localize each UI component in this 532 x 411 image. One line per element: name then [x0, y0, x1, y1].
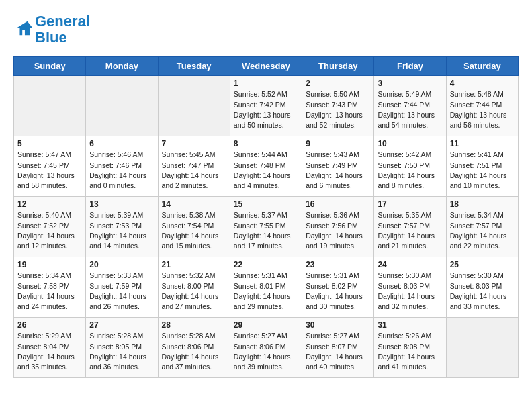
day-of-week-header: Sunday	[14, 57, 86, 76]
calendar-cell: 18Sunrise: 5:34 AM Sunset: 7:57 PM Dayli…	[446, 197, 518, 257]
day-info: Sunrise: 5:46 AM Sunset: 7:46 PM Dayligh…	[89, 150, 154, 191]
day-number: 9	[306, 139, 370, 148]
day-number: 29	[234, 320, 298, 330]
calendar-body: 1Sunrise: 5:52 AM Sunset: 7:42 PM Daylig…	[14, 76, 519, 378]
day-info: Sunrise: 5:34 AM Sunset: 7:57 PM Dayligh…	[450, 210, 515, 251]
day-info: Sunrise: 5:38 AM Sunset: 7:54 PM Dayligh…	[162, 210, 226, 251]
calendar-cell: 13Sunrise: 5:39 AM Sunset: 7:53 PM Dayli…	[86, 197, 158, 257]
calendar-cell: 26Sunrise: 5:29 AM Sunset: 8:04 PM Dayli…	[14, 318, 86, 378]
day-number: 17	[378, 199, 442, 209]
logo-icon	[15, 19, 34, 38]
calendar-week-row: 5Sunrise: 5:47 AM Sunset: 7:45 PM Daylig…	[14, 136, 519, 197]
day-number: 4	[450, 79, 515, 88]
calendar-cell: 16Sunrise: 5:36 AM Sunset: 7:56 PM Dayli…	[302, 197, 374, 257]
day-info: Sunrise: 5:29 AM Sunset: 8:04 PM Dayligh…	[17, 331, 82, 372]
calendar-cell: 14Sunrise: 5:38 AM Sunset: 7:54 PM Dayli…	[158, 197, 230, 257]
day-number: 5	[17, 139, 82, 148]
day-info: Sunrise: 5:42 AM Sunset: 7:50 PM Dayligh…	[378, 150, 442, 191]
day-of-week-header: Monday	[86, 57, 158, 76]
calendar-header: SundayMondayTuesdayWednesdayThursdayFrid…	[14, 57, 519, 76]
logo-text: General Blue	[35, 13, 90, 46]
calendar-cell: 21Sunrise: 5:32 AM Sunset: 8:00 PM Dayli…	[158, 257, 230, 318]
calendar-week-row: 1Sunrise: 5:52 AM Sunset: 7:42 PM Daylig…	[14, 76, 519, 136]
day-number: 28	[162, 320, 226, 330]
day-number: 23	[306, 260, 370, 269]
day-number: 6	[89, 139, 154, 148]
day-number: 24	[378, 260, 442, 269]
day-info: Sunrise: 5:44 AM Sunset: 7:48 PM Dayligh…	[234, 150, 298, 191]
calendar-cell: 25Sunrise: 5:30 AM Sunset: 8:03 PM Dayli…	[446, 257, 518, 318]
day-info: Sunrise: 5:39 AM Sunset: 7:53 PM Dayligh…	[89, 210, 154, 251]
calendar-cell	[14, 76, 86, 136]
day-number: 11	[450, 139, 515, 148]
day-info: Sunrise: 5:41 AM Sunset: 7:51 PM Dayligh…	[450, 150, 515, 191]
day-number: 20	[89, 260, 154, 269]
day-info: Sunrise: 5:27 AM Sunset: 8:07 PM Dayligh…	[306, 331, 370, 372]
calendar-cell: 20Sunrise: 5:33 AM Sunset: 7:59 PM Dayli…	[86, 257, 158, 318]
calendar-cell: 4Sunrise: 5:48 AM Sunset: 7:44 PM Daylig…	[446, 76, 518, 136]
calendar-cell: 11Sunrise: 5:41 AM Sunset: 7:51 PM Dayli…	[446, 136, 518, 197]
day-number: 12	[17, 199, 82, 209]
day-info: Sunrise: 5:28 AM Sunset: 8:06 PM Dayligh…	[162, 331, 226, 372]
calendar-cell: 6Sunrise: 5:46 AM Sunset: 7:46 PM Daylig…	[86, 136, 158, 197]
calendar-cell: 10Sunrise: 5:42 AM Sunset: 7:50 PM Dayli…	[374, 136, 446, 197]
calendar-cell: 5Sunrise: 5:47 AM Sunset: 7:45 PM Daylig…	[14, 136, 86, 197]
day-of-week-header: Saturday	[446, 57, 518, 76]
calendar-cell: 3Sunrise: 5:49 AM Sunset: 7:44 PM Daylig…	[374, 76, 446, 136]
day-number: 8	[234, 139, 298, 148]
day-info: Sunrise: 5:49 AM Sunset: 7:44 PM Dayligh…	[378, 89, 442, 130]
calendar-cell: 19Sunrise: 5:34 AM Sunset: 7:58 PM Dayli…	[14, 257, 86, 318]
day-info: Sunrise: 5:34 AM Sunset: 7:58 PM Dayligh…	[17, 271, 82, 312]
day-info: Sunrise: 5:33 AM Sunset: 7:59 PM Dayligh…	[89, 271, 154, 312]
day-info: Sunrise: 5:40 AM Sunset: 7:52 PM Dayligh…	[17, 210, 82, 251]
day-number: 10	[378, 139, 442, 148]
calendar-cell: 29Sunrise: 5:27 AM Sunset: 8:06 PM Dayli…	[230, 318, 302, 378]
day-info: Sunrise: 5:52 AM Sunset: 7:42 PM Dayligh…	[234, 89, 298, 130]
calendar-week-row: 12Sunrise: 5:40 AM Sunset: 7:52 PM Dayli…	[14, 197, 519, 257]
day-info: Sunrise: 5:47 AM Sunset: 7:45 PM Dayligh…	[17, 150, 82, 191]
day-number: 22	[234, 260, 298, 269]
calendar-cell: 23Sunrise: 5:31 AM Sunset: 8:02 PM Dayli…	[302, 257, 374, 318]
day-number: 13	[89, 199, 154, 209]
calendar-cell: 1Sunrise: 5:52 AM Sunset: 7:42 PM Daylig…	[230, 76, 302, 136]
calendar-cell: 12Sunrise: 5:40 AM Sunset: 7:52 PM Dayli…	[14, 197, 86, 257]
day-number: 18	[450, 199, 515, 209]
calendar-week-row: 26Sunrise: 5:29 AM Sunset: 8:04 PM Dayli…	[14, 318, 519, 378]
day-of-week-header: Thursday	[302, 57, 374, 76]
day-number: 21	[162, 260, 226, 269]
calendar-cell: 17Sunrise: 5:35 AM Sunset: 7:57 PM Dayli…	[374, 197, 446, 257]
day-info: Sunrise: 5:50 AM Sunset: 7:43 PM Dayligh…	[306, 89, 370, 130]
day-info: Sunrise: 5:28 AM Sunset: 8:05 PM Dayligh…	[89, 331, 154, 372]
day-info: Sunrise: 5:27 AM Sunset: 8:06 PM Dayligh…	[234, 331, 298, 372]
day-number: 1	[234, 79, 298, 88]
calendar-cell: 27Sunrise: 5:28 AM Sunset: 8:05 PM Dayli…	[86, 318, 158, 378]
day-number: 7	[162, 139, 226, 148]
day-info: Sunrise: 5:30 AM Sunset: 8:03 PM Dayligh…	[378, 271, 442, 312]
day-number: 2	[306, 79, 370, 88]
calendar-cell: 15Sunrise: 5:37 AM Sunset: 7:55 PM Dayli…	[230, 197, 302, 257]
day-of-week-header: Wednesday	[230, 57, 302, 76]
header: General Blue	[13, 13, 519, 46]
day-number: 31	[378, 320, 442, 330]
calendar-cell: 2Sunrise: 5:50 AM Sunset: 7:43 PM Daylig…	[302, 76, 374, 136]
calendar-cell	[446, 318, 518, 378]
day-info: Sunrise: 5:45 AM Sunset: 7:47 PM Dayligh…	[162, 150, 226, 191]
day-info: Sunrise: 5:37 AM Sunset: 7:55 PM Dayligh…	[234, 210, 298, 251]
day-info: Sunrise: 5:43 AM Sunset: 7:49 PM Dayligh…	[306, 150, 370, 191]
day-info: Sunrise: 5:26 AM Sunset: 8:08 PM Dayligh…	[378, 331, 442, 372]
day-info: Sunrise: 5:31 AM Sunset: 8:02 PM Dayligh…	[306, 271, 370, 312]
calendar-cell	[158, 76, 230, 136]
day-info: Sunrise: 5:32 AM Sunset: 8:00 PM Dayligh…	[162, 271, 226, 312]
day-number: 25	[450, 260, 515, 269]
calendar-cell: 7Sunrise: 5:45 AM Sunset: 7:47 PM Daylig…	[158, 136, 230, 197]
calendar-cell	[86, 76, 158, 136]
calendar-cell: 22Sunrise: 5:31 AM Sunset: 8:01 PM Dayli…	[230, 257, 302, 318]
day-number: 19	[17, 260, 82, 269]
day-number: 26	[17, 320, 82, 330]
day-number: 30	[306, 320, 370, 330]
day-info: Sunrise: 5:30 AM Sunset: 8:03 PM Dayligh…	[450, 271, 515, 312]
svg-marker-0	[17, 21, 32, 36]
day-number: 16	[306, 199, 370, 209]
day-info: Sunrise: 5:35 AM Sunset: 7:57 PM Dayligh…	[378, 210, 442, 251]
header-row: SundayMondayTuesdayWednesdayThursdayFrid…	[14, 57, 519, 76]
